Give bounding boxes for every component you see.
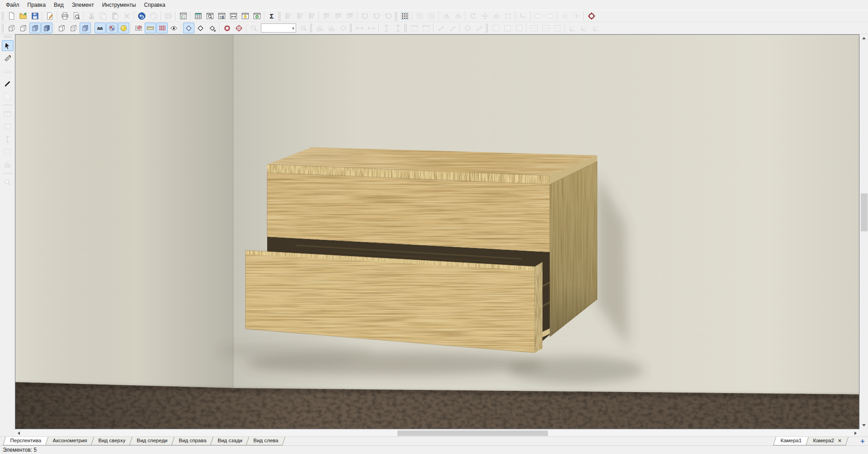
snap-points-button[interactable] [195,23,206,33]
materials-icon [108,24,116,33]
align-right-button [306,11,317,22]
center-rotation-button[interactable] [233,23,245,33]
vertical-scrollbar-thumb[interactable] [861,193,868,231]
camera-tab-Камера1[interactable]: Камера1 [773,437,809,445]
tool-6-button [2,108,14,119]
antialiasing-button[interactable]: aa [94,23,106,33]
toolbar-drag-handle[interactable] [310,23,312,33]
snap-points-icon [196,24,205,33]
menu-Элемент[interactable]: Элемент [68,0,98,9]
menu-Вид[interactable]: Вид [50,0,68,9]
view-tab-Вид сверху[interactable]: Вид сверху [91,437,132,445]
magnet-button[interactable] [222,23,233,33]
corner-join-icon [519,12,528,20]
scroll-left-button[interactable] [15,430,23,436]
snap-edges-button[interactable] [207,23,218,33]
save-button[interactable] [29,11,41,22]
view-tab-Вид справа[interactable]: Вид справа [171,437,213,445]
close-tab-icon[interactable]: ✕ [838,438,841,443]
scroll-down-button[interactable] [860,421,868,429]
picker-tool-button[interactable] [2,78,14,89]
separator [57,11,57,21]
separator [175,11,176,21]
scroll-left-arrow-icon [18,431,20,435]
new-button[interactable] [6,11,17,22]
view-tab-Перспектива[interactable]: Перспектива [3,437,48,445]
scroll-right-button[interactable] [852,430,859,436]
find-element-button[interactable] [204,11,216,22]
structure-button[interactable] [216,11,227,22]
add-camera-button[interactable]: + [858,437,867,445]
properties-button [163,11,174,22]
show-dimensions-button[interactable] [145,23,156,33]
report-prices-button[interactable] [193,11,204,22]
view-outline-button[interactable] [18,23,29,33]
menu-Инструменты[interactable]: Инструменты [98,0,140,9]
settings-button[interactable] [178,11,189,22]
view-tab-Вид слева[interactable]: Вид слева [246,437,285,445]
align-top-icon [322,12,331,20]
view-shaded-button[interactable] [41,23,52,33]
separator [219,23,220,33]
view-solid-button[interactable] [29,23,41,33]
toolbar-drag-handle[interactable] [350,23,352,33]
horizontal-scrollbar[interactable] [15,429,859,436]
print-button[interactable] [59,11,71,22]
array-button[interactable] [399,11,410,22]
undo-button[interactable] [136,11,147,22]
menu-Файл[interactable]: Файл [2,0,24,9]
zoom-level-combo[interactable]: ▾ [261,23,296,33]
edit-project-button[interactable] [44,11,56,22]
report-lighting-button[interactable] [240,11,251,22]
menu-Правка[interactable]: Правка [24,0,50,9]
menu-Справка[interactable]: Справка [140,0,170,9]
materials-button[interactable] [106,23,118,33]
align-left-button [283,11,294,22]
part-wireframe-button[interactable] [68,23,79,33]
horizontal-scrollbar-thumb[interactable] [397,431,548,436]
show-grid-button[interactable] [156,23,168,33]
summary-button[interactable]: Σ [266,11,278,22]
lighting-button[interactable] [118,23,129,33]
report-info-button[interactable] [251,11,263,22]
view-tab-Вид сзади[interactable]: Вид сзади [210,437,250,445]
part-solid-button[interactable] [80,23,91,33]
view-tab-Аксонометрия[interactable]: Аксонометрия [45,437,94,445]
toolbar-drag-handle[interactable] [2,23,4,33]
visibility-button[interactable] [168,23,179,33]
select-tool-button[interactable] [2,40,14,51]
align-top-button [321,11,332,22]
flip-horizontal-icon [442,12,451,20]
toolbar-drag-handle[interactable] [405,23,406,33]
textures-button[interactable] [133,23,144,33]
toolbar-drag-handle[interactable] [278,12,280,21]
toolbar-drag-handle[interactable] [395,12,397,21]
scroll-up-button[interactable] [860,34,868,42]
dim-width-2-icon [367,24,376,33]
chevron-down-icon[interactable]: ▾ [292,26,294,31]
scene-3d[interactable] [15,35,859,429]
table-report-3-icon [553,24,562,33]
view-wireframe-button[interactable] [6,23,17,33]
cabinet[interactable] [245,147,597,353]
print-preview-button[interactable] [71,11,82,22]
open-button[interactable] [18,11,29,22]
snap-grid-button[interactable] [183,23,194,33]
vertical-scrollbar[interactable] [859,34,868,429]
separator [433,23,434,33]
toolbar-drag-handle[interactable] [486,23,488,33]
report-dimensions-button[interactable] [228,11,239,22]
zoom-out-icon [250,24,258,33]
flip-vertical-button [453,11,464,22]
camera-tab-Камера2[interactable]: Камера2✕ [806,437,849,445]
viewport-3d[interactable] [15,34,859,429]
plus-icon: + [860,437,864,445]
sidebar-drag-handle[interactable] [4,36,12,37]
part-outline-button[interactable] [56,23,67,33]
angle-tool-1-button [567,23,578,33]
collisions-button[interactable] [586,11,597,22]
view-tab-Вид спереди[interactable]: Вид спереди [129,437,175,445]
cut-tool-button[interactable] [2,53,14,64]
list-report-1-button [490,23,501,33]
toolbar-drag-handle[interactable] [2,12,4,21]
